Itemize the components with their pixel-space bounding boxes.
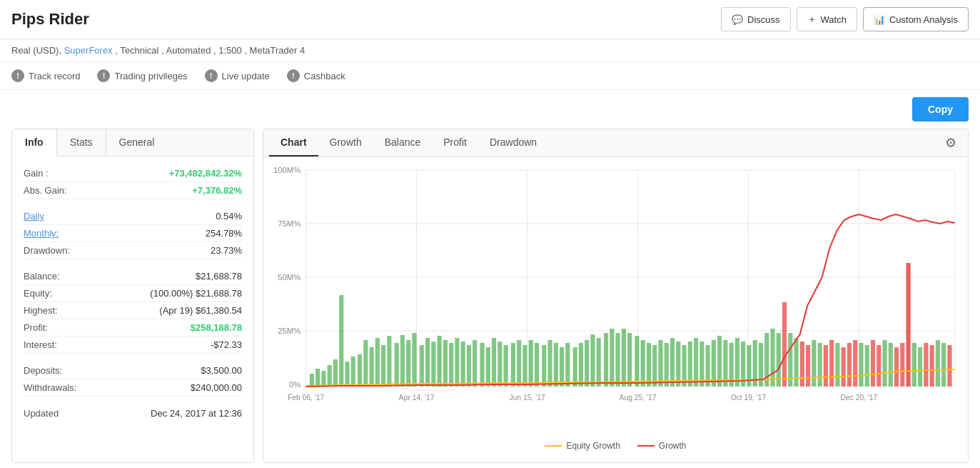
chart-tab-growth[interactable]: Growth [318, 129, 373, 156]
copy-row: Copy [0, 90, 980, 129]
alert-live-update: ! Live update [205, 69, 270, 82]
svg-rect-66 [610, 329, 614, 387]
chart-tab-chart[interactable]: Chart [269, 129, 318, 156]
svg-rect-48 [497, 342, 502, 387]
profit-value: $258,188.78 [191, 322, 242, 333]
svg-rect-122 [941, 343, 946, 387]
svg-rect-95 [782, 302, 787, 387]
superforex-link[interactable]: SuperForex [64, 45, 113, 56]
svg-rect-77 [676, 342, 680, 387]
svg-rect-101 [818, 343, 822, 387]
svg-rect-30 [387, 336, 391, 387]
equity-growth-line-icon [545, 445, 562, 447]
chart-tab-drawdown[interactable]: Drawdown [478, 129, 548, 156]
svg-rect-53 [529, 340, 533, 387]
info-monthly: Monthly: 254.78% [24, 225, 242, 242]
drawdown-label: Drawdown: [24, 245, 70, 256]
svg-rect-67 [616, 333, 620, 387]
svg-rect-46 [486, 347, 490, 387]
svg-rect-57 [554, 343, 558, 387]
svg-rect-100 [812, 340, 816, 387]
alert-icon-live-update: ! [205, 69, 218, 82]
svg-rect-103 [829, 340, 834, 387]
alerts-bar: ! Track record ! Trading privileges ! Li… [0, 62, 980, 90]
chart-legend: Equity Growth Growth [269, 437, 962, 457]
svg-rect-93 [770, 329, 774, 387]
svg-rect-54 [535, 343, 539, 387]
top-actions: 💬 Discuss ＋ Watch 📊 Custom Analysis [721, 7, 969, 31]
svg-rect-87 [735, 338, 739, 387]
equity-value: (100.00%) $21,688.78 [150, 288, 242, 299]
monthly-label: Monthly: [24, 228, 59, 239]
svg-text:Oct 19, '17: Oct 19, '17 [731, 394, 767, 402]
alert-trading-privileges: ! Trading privileges [97, 69, 187, 82]
watch-button[interactable]: ＋ Watch [797, 7, 857, 31]
interest-label: Interest: [24, 339, 57, 350]
daily-label: Daily [24, 211, 44, 221]
svg-rect-106 [847, 343, 852, 387]
custom-analysis-button[interactable]: 📊 Custom Analysis [863, 7, 969, 31]
tab-general[interactable]: General [106, 129, 168, 156]
discuss-button[interactable]: 💬 Discuss [721, 7, 791, 31]
svg-rect-56 [547, 340, 552, 387]
info-equity: Equity: (100.00%) $21,688.78 [24, 285, 242, 302]
chart-settings-icon[interactable]: ⚙ [939, 129, 962, 156]
svg-text:Aug 25, '17: Aug 25, '17 [620, 394, 657, 402]
chart-tab-profit[interactable]: Profit [432, 129, 478, 156]
svg-rect-55 [542, 345, 546, 387]
updated-value: Dec 24, 2017 at 12:36 [151, 408, 242, 419]
svg-rect-18 [315, 369, 320, 387]
alert-icon-cashback: ! [287, 69, 300, 82]
svg-rect-52 [522, 345, 527, 387]
info-gain: Gain : +73,482,842.32% [24, 165, 242, 182]
gain-label: Gain : [24, 168, 49, 179]
gain-value: +73,482,842.32% [169, 168, 242, 179]
interest-value: -$72.33 [211, 339, 242, 350]
svg-text:Apr 14, '17: Apr 14, '17 [399, 394, 435, 402]
svg-rect-34 [412, 333, 416, 387]
withdrawals-value: $240,000.00 [191, 382, 242, 393]
left-tabs-row: Info Stats General [12, 129, 253, 156]
svg-rect-36 [425, 338, 430, 387]
info-interest: Interest: -$72.33 [24, 337, 242, 354]
svg-rect-58 [560, 347, 564, 387]
svg-rect-24 [351, 357, 355, 387]
svg-rect-43 [467, 345, 471, 387]
svg-rect-47 [492, 338, 496, 387]
info-updated: Updated Dec 24, 2017 at 12:36 [24, 405, 242, 422]
tab-info[interactable]: Info [12, 129, 57, 156]
highest-label: Highest: [24, 305, 58, 316]
legend-equity-growth: Equity Growth [545, 441, 620, 451]
tab-stats[interactable]: Stats [57, 129, 106, 156]
svg-rect-114 [894, 347, 899, 387]
svg-rect-49 [503, 345, 507, 387]
chart-tab-balance[interactable]: Balance [373, 129, 433, 156]
svg-rect-35 [420, 345, 424, 387]
svg-rect-38 [438, 336, 442, 387]
balance-label: Balance: [24, 271, 60, 282]
svg-rect-84 [717, 336, 722, 387]
svg-rect-60 [573, 347, 577, 387]
svg-rect-111 [877, 345, 881, 387]
withdrawals-label: Withdrawals: [24, 382, 76, 393]
info-profit: Profit: $258,188.78 [24, 319, 242, 337]
info-withdrawals: Withdrawals: $240,000.00 [24, 379, 242, 397]
balance-value: $21,688.78 [196, 271, 242, 282]
chart-tabs-row: Chart Growth Balance Profit Drawdown ⚙ [263, 129, 968, 157]
svg-rect-121 [936, 340, 940, 387]
copy-button[interactable]: Copy [912, 97, 969, 121]
svg-rect-105 [842, 347, 846, 387]
svg-rect-25 [358, 354, 362, 387]
alert-icon-track-record: ! [11, 69, 24, 82]
svg-rect-69 [627, 333, 632, 387]
svg-rect-32 [400, 335, 405, 387]
svg-rect-102 [824, 345, 828, 387]
equity-label: Equity: [24, 288, 52, 299]
drawdown-value: 23.73% [211, 245, 242, 256]
daily-value: 0.54% [216, 211, 242, 221]
svg-rect-108 [859, 343, 863, 387]
info-drawdown: Drawdown: 23.73% [24, 242, 242, 259]
deposits-value: $3,500.00 [201, 365, 242, 376]
svg-rect-40 [449, 343, 453, 387]
svg-rect-112 [882, 340, 886, 387]
